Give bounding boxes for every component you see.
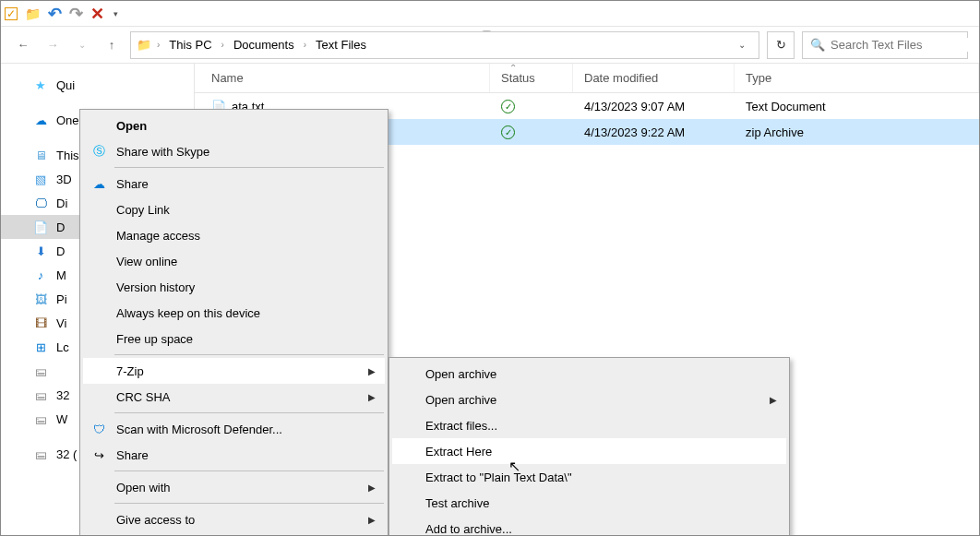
video-icon: 🎞 bbox=[32, 316, 49, 330]
menu-separator bbox=[114, 412, 384, 413]
search-icon: 🔍 bbox=[810, 38, 825, 52]
shield-icon: 🛡 bbox=[90, 423, 107, 436]
navigation-bar: ← → ⌄ ↑ 📁 › This PC › Documents › Text F… bbox=[1, 27, 979, 64]
folder-icon[interactable]: 📁 bbox=[25, 6, 41, 21]
sidebar-label: D bbox=[56, 220, 65, 234]
menu-item-give-access[interactable]: Give access to▶ bbox=[83, 506, 385, 532]
file-type: zip Archive bbox=[735, 125, 979, 139]
menu-item-share[interactable]: ☁Share bbox=[83, 171, 385, 197]
sidebar-label: 32 bbox=[56, 388, 69, 402]
properties-icon[interactable]: ✓ bbox=[5, 7, 18, 20]
download-icon: ⬇ bbox=[32, 244, 49, 258]
sync-ok-icon: ✓ bbox=[501, 125, 515, 139]
folder-icon: 📁 bbox=[137, 38, 151, 52]
address-dropdown-icon[interactable]: ⌄ bbox=[731, 40, 753, 50]
menu-item-free-space[interactable]: Free up space bbox=[83, 326, 385, 351]
menu-item-open-with[interactable]: Open with▶ bbox=[83, 474, 385, 500]
pictures-icon: 🖼 bbox=[32, 292, 49, 306]
file-type: Text Document bbox=[735, 100, 979, 113]
submenu-item-test-archive[interactable]: Test archive bbox=[392, 490, 786, 516]
submenu-item-extract-files[interactable]: Extract files... bbox=[392, 412, 786, 438]
sidebar-label: One bbox=[56, 113, 79, 127]
address-bar[interactable]: 📁 › This PC › Documents › Text Files ⌄ bbox=[130, 31, 759, 59]
menu-item-share2[interactable]: ↪Share bbox=[83, 442, 385, 468]
sidebar-label: Vi bbox=[56, 316, 66, 330]
menu-separator bbox=[114, 470, 384, 471]
cloud-icon: ☁ bbox=[32, 113, 49, 127]
breadcrumb-root[interactable]: This PC bbox=[165, 38, 215, 52]
share-icon: ↪ bbox=[90, 448, 107, 462]
sidebar-label: This bbox=[56, 149, 79, 162]
menu-item-always-keep[interactable]: Always keep on this device bbox=[83, 300, 385, 326]
submenu-item-extract-to[interactable]: Extract to "Plain Text Data\" bbox=[392, 464, 786, 490]
submenu-arrow-icon: ▶ bbox=[368, 515, 376, 525]
cloud-icon: ☁ bbox=[90, 177, 107, 191]
drive-icon: 🖴 bbox=[32, 364, 49, 378]
submenu-item-open-archive2[interactable]: Open archive▶ bbox=[392, 387, 786, 412]
menu-separator bbox=[114, 503, 384, 504]
forward-button[interactable]: → bbox=[42, 34, 64, 56]
pc-icon: 🖥 bbox=[32, 149, 49, 162]
drive-icon: 🖴 bbox=[32, 447, 49, 461]
sidebar-label: Di bbox=[56, 197, 67, 210]
menu-item-share-skype[interactable]: ⓈShare with Skype bbox=[83, 138, 385, 164]
sidebar-label: Qui bbox=[56, 78, 75, 92]
sort-indicator-icon: ⌃ bbox=[121, 63, 905, 73]
menu-item-7zip[interactable]: 7-Zip▶ bbox=[83, 358, 385, 384]
menu-separator bbox=[114, 354, 384, 355]
desktop-icon: 🖵 bbox=[32, 197, 49, 210]
menu-item-open[interactable]: Open bbox=[83, 113, 385, 138]
search-input[interactable] bbox=[831, 38, 980, 52]
sidebar-label: M bbox=[56, 268, 66, 282]
search-box[interactable]: 🔍 bbox=[802, 31, 968, 59]
submenu-item-open-archive[interactable]: Open archive bbox=[392, 361, 786, 387]
sidebar-label: 32 ( bbox=[56, 447, 77, 461]
recent-dropdown[interactable]: ⌄ bbox=[71, 34, 93, 56]
context-menu: Open ⓈShare with Skype ☁Share Copy Link … bbox=[79, 109, 388, 536]
document-icon: 📄 bbox=[32, 220, 49, 234]
up-button[interactable]: ↑ bbox=[101, 34, 123, 56]
submenu-arrow-icon: ▶ bbox=[368, 392, 376, 402]
context-submenu-7zip: Open archive Open archive▶ Extract files… bbox=[388, 357, 790, 536]
sidebar-label: Pi bbox=[56, 292, 67, 306]
music-icon: ♪ bbox=[32, 268, 49, 282]
submenu-item-extract-here[interactable]: Extract Here bbox=[392, 438, 786, 464]
quick-access-toolbar: ✓ 📁 ↶ ↷ ✕ ▾ bbox=[1, 1, 979, 27]
submenu-arrow-icon: ▶ bbox=[770, 395, 777, 405]
file-date: 4/13/2023 9:07 AM bbox=[573, 100, 735, 113]
menu-separator bbox=[114, 167, 384, 168]
undo-icon[interactable]: ↶ bbox=[48, 4, 62, 24]
chevron-right-icon[interactable]: › bbox=[302, 40, 308, 50]
menu-item-version-history[interactable]: Version history bbox=[83, 274, 385, 300]
breadcrumb-textfiles[interactable]: Text Files bbox=[312, 38, 370, 52]
chevron-right-icon[interactable]: › bbox=[155, 40, 161, 50]
sidebar-label: W bbox=[56, 412, 67, 426]
menu-item-copy-link[interactable]: Copy Link bbox=[83, 197, 385, 222]
menu-item-manage-access[interactable]: Manage access bbox=[83, 222, 385, 248]
submenu-arrow-icon: ▶ bbox=[368, 366, 376, 376]
cube-icon: ▧ bbox=[32, 173, 49, 186]
sidebar-label: 3D bbox=[56, 173, 72, 186]
sidebar-item-quickaccess[interactable]: ★Qui bbox=[1, 73, 194, 97]
submenu-arrow-icon: ▶ bbox=[368, 482, 376, 493]
qat-dropdown-icon[interactable]: ▾ bbox=[114, 9, 118, 18]
sidebar-label: Lc bbox=[56, 340, 69, 354]
drive-icon: 🖴 bbox=[32, 388, 49, 402]
delete-icon[interactable]: ✕ bbox=[90, 4, 104, 24]
skype-icon: Ⓢ bbox=[90, 143, 107, 160]
menu-item-defender[interactable]: 🛡Scan with Microsoft Defender... bbox=[83, 416, 385, 442]
chevron-right-icon[interactable]: › bbox=[220, 40, 226, 50]
drive-icon: 🖴 bbox=[32, 412, 49, 426]
menu-item-view-online[interactable]: View online bbox=[83, 248, 385, 274]
sync-ok-icon: ✓ bbox=[501, 100, 515, 113]
breadcrumb-documents[interactable]: Documents bbox=[230, 38, 298, 52]
redo-icon[interactable]: ↷ bbox=[69, 4, 83, 24]
submenu-item-add-to-archive[interactable]: Add to archive... bbox=[392, 516, 786, 536]
menu-item-crc-sha[interactable]: CRC SHA▶ bbox=[83, 384, 385, 410]
windows-icon: ⊞ bbox=[32, 340, 49, 354]
refresh-button[interactable]: ↻ bbox=[767, 31, 795, 59]
back-button[interactable]: ← bbox=[12, 34, 34, 56]
star-icon: ★ bbox=[32, 78, 49, 92]
file-date: 4/13/2023 9:22 AM bbox=[573, 125, 735, 139]
sidebar-label: D bbox=[56, 244, 65, 258]
